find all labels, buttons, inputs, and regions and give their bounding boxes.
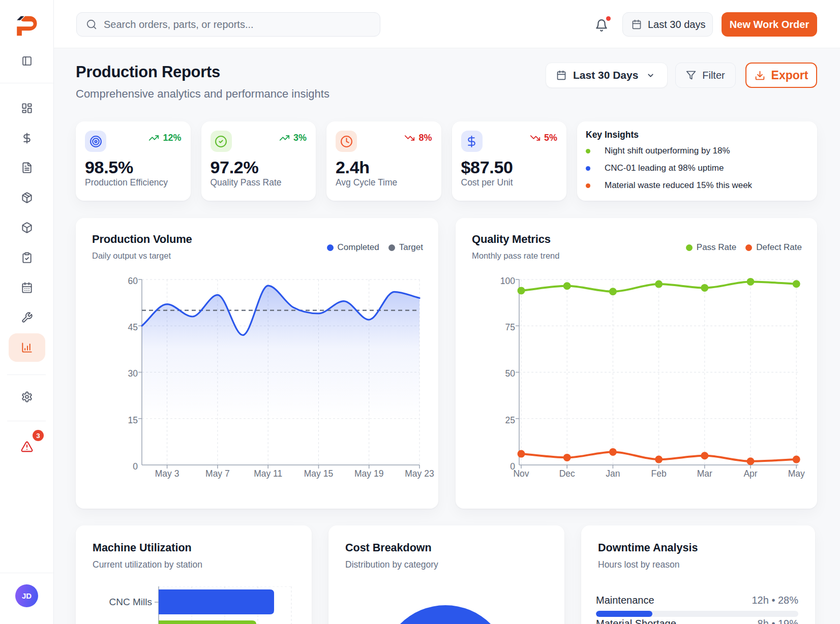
svg-text:Mar: Mar bbox=[697, 469, 712, 479]
svg-text:100: 100 bbox=[500, 276, 515, 286]
svg-text:CNC Mills: CNC Mills bbox=[109, 597, 152, 607]
svg-text:Jan: Jan bbox=[606, 469, 620, 479]
svg-text:May 15: May 15 bbox=[304, 469, 333, 479]
svg-text:Apr: Apr bbox=[743, 469, 757, 479]
svg-text:May 3: May 3 bbox=[155, 469, 179, 479]
svg-text:50: 50 bbox=[505, 368, 516, 379]
svg-text:May 19: May 19 bbox=[354, 469, 383, 479]
svg-text:15: 15 bbox=[128, 415, 138, 425]
svg-text:75: 75 bbox=[505, 322, 515, 332]
svg-text:May 11: May 11 bbox=[254, 469, 282, 479]
svg-text:0: 0 bbox=[133, 461, 138, 472]
svg-text:May: May bbox=[788, 469, 805, 479]
svg-text:Nov: Nov bbox=[513, 469, 529, 479]
svg-text:Dec: Dec bbox=[559, 469, 575, 479]
svg-text:May 23: May 23 bbox=[405, 469, 434, 479]
svg-text:30: 30 bbox=[128, 368, 138, 379]
svg-text:May 7: May 7 bbox=[205, 469, 230, 479]
svg-text:25: 25 bbox=[505, 415, 515, 425]
svg-text:Feb: Feb bbox=[651, 469, 667, 479]
svg-text:60: 60 bbox=[128, 276, 138, 286]
svg-text:45: 45 bbox=[128, 322, 138, 332]
